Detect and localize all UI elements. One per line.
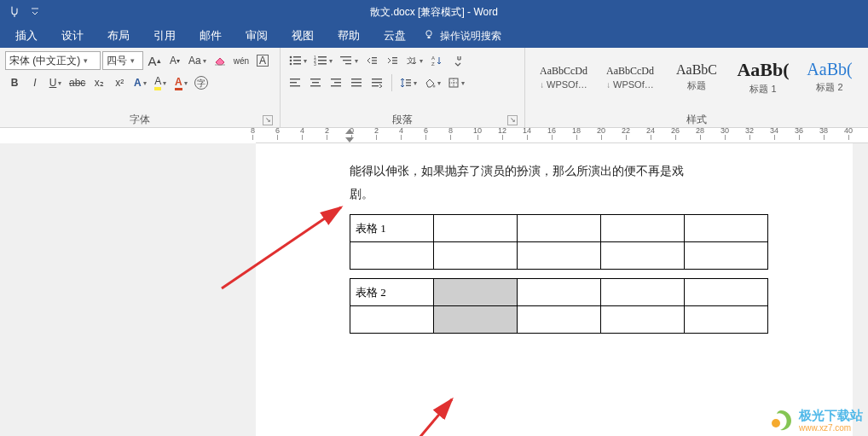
table-cell[interactable]: 表格 2 [350, 279, 434, 306]
style-item-3[interactable]: AaBb(标题 1 [730, 53, 796, 101]
sort-button[interactable]: AZ [427, 51, 446, 70]
first-line-indent-marker[interactable] [345, 129, 354, 134]
svg-rect-6 [293, 63, 301, 65]
line-spacing-button[interactable]: ▾ [397, 73, 420, 92]
svg-text:3: 3 [314, 61, 316, 67]
underline-button[interactable]: U▾ [46, 73, 65, 92]
phonetic-guide-button[interactable]: wén [231, 51, 252, 70]
group-paragraph: ▾ 123▾ ▾ 文▾ AZ ▾ ▾ ▾ 段落 [281, 48, 525, 127]
lightbulb-icon [423, 29, 435, 44]
font-color-button[interactable]: A▾ [171, 73, 190, 92]
direction-icon: 文 [406, 55, 418, 67]
styles-gallery[interactable]: AaBbCcDd↓ WPSOf…AaBbCcDd↓ WPSOf…AaBbC标题A… [530, 51, 863, 101]
increase-indent-button[interactable] [383, 51, 402, 70]
tab-mail[interactable]: 邮件 [188, 24, 234, 48]
svg-text:Z: Z [431, 61, 435, 67]
style-item-1[interactable]: AaBbCcDd↓ WPSOf… [597, 53, 663, 101]
borders-button[interactable]: ▾ [445, 73, 467, 92]
text-direction-button[interactable]: 文▾ [403, 51, 425, 70]
indent-right-icon [386, 55, 398, 67]
italic-button[interactable]: I [26, 73, 44, 92]
tab-references[interactable]: 引用 [142, 24, 188, 48]
watermark: 极光下载站 www.xz7.com [768, 407, 863, 433]
bucket-icon [424, 77, 436, 89]
shading-button[interactable]: ▾ [421, 73, 443, 92]
bold-button[interactable]: B [5, 73, 24, 92]
table-1[interactable]: 表格 1 [350, 214, 768, 270]
hanging-indent-marker[interactable] [345, 137, 354, 142]
highlight-button[interactable]: A▾ [151, 73, 170, 92]
svg-rect-38 [372, 82, 382, 83]
tab-review[interactable]: 审阅 [234, 24, 280, 48]
align-right-button[interactable] [327, 73, 345, 92]
style-item-4[interactable]: AaBb(标题 2 [796, 53, 863, 101]
tab-insert[interactable]: 插入 [3, 24, 49, 48]
svg-rect-4 [293, 60, 301, 61]
change-case-button[interactable]: Aa▾ [186, 51, 209, 70]
table-2[interactable]: 表格 2 [350, 278, 768, 334]
style-name: 标题 1 [749, 83, 776, 96]
align-center-icon [310, 78, 321, 88]
subscript-button[interactable]: x₂ [90, 73, 108, 92]
ruler-tick: 2 [374, 128, 379, 143]
clear-format-button[interactable] [211, 51, 229, 70]
svg-rect-14 [343, 60, 351, 61]
ruler-tick: 32 [745, 128, 754, 143]
tab-layout[interactable]: 布局 [95, 24, 142, 48]
line-spacing-icon [400, 77, 412, 89]
shrink-font-button[interactable]: A▾ [165, 51, 184, 70]
ruler-tick: 2 [325, 128, 329, 143]
style-item-2[interactable]: AaBbC标题 [663, 53, 730, 101]
svg-rect-15 [345, 63, 351, 64]
touch-mode-icon[interactable] [5, 3, 24, 21]
superscript-button[interactable]: x² [110, 73, 129, 92]
tab-view[interactable]: 视图 [280, 24, 326, 48]
ruler-tick: 6 [424, 128, 428, 143]
svg-rect-21 [392, 63, 397, 64]
tab-cloud[interactable]: 云盘 [372, 24, 418, 48]
ruler-tick: 8 [448, 128, 453, 143]
tell-me-search[interactable]: 操作说明搜索 [423, 24, 501, 48]
align-center-button[interactable] [306, 73, 325, 92]
svg-rect-19 [392, 57, 397, 58]
tab-design[interactable]: 设计 [49, 24, 95, 48]
align-left-button[interactable] [286, 73, 304, 92]
text-effects-button[interactable]: A▾ [130, 73, 149, 92]
enclose-char-button[interactable]: 字 [192, 73, 211, 92]
align-distribute-button[interactable] [367, 73, 386, 92]
ruler-tick: 36 [795, 128, 803, 143]
body-text-line1[interactable]: 能得以伸张，如果抛弃了演员的扮演，那么所演出的便不再是戏 [350, 160, 853, 183]
style-item-0[interactable]: AaBbCcDd↓ WPSOf… [530, 53, 597, 101]
watermark-logo-icon [768, 407, 794, 433]
group-paragraph-label: 段落 ↘ [286, 112, 519, 127]
table-cell[interactable]: 表格 1 [350, 215, 434, 242]
qat-dropdown-icon[interactable] [26, 3, 44, 21]
tab-help[interactable]: 帮助 [326, 24, 372, 48]
paragraph-dialog-launcher[interactable]: ↘ [507, 115, 518, 125]
show-marks-button[interactable] [448, 51, 466, 70]
numbering-button[interactable]: 123▾ [311, 51, 335, 70]
ribbon-tabs: 插入 设计 布局 引用 邮件 审阅 视图 帮助 云盘 操作说明搜索 [0, 24, 868, 48]
font-name-value: 宋体 (中文正文) [9, 54, 80, 68]
svg-rect-27 [290, 85, 300, 86]
numbering-icon: 123 [314, 55, 327, 67]
strike-button[interactable]: abc [67, 73, 88, 92]
multilevel-button[interactable]: ▾ [337, 51, 361, 70]
grow-font-button[interactable]: A▴ [145, 51, 164, 70]
svg-point-43 [433, 85, 436, 88]
bullets-button[interactable]: ▾ [286, 51, 310, 70]
page[interactable]: 能得以伸张，如果抛弃了演员的扮演，那么所演出的便不再是戏 剧。 表格 1 表格 … [256, 143, 853, 436]
char-border-button[interactable]: A [253, 51, 272, 70]
font-dialog-launcher[interactable]: ↘ [263, 115, 273, 125]
svg-rect-41 [406, 82, 411, 83]
body-text-line2[interactable]: 剧。 [350, 183, 853, 206]
font-name-combo[interactable]: 宋体 (中文正文)▾ [5, 51, 101, 70]
style-preview: AaBbCcDd [540, 65, 587, 78]
align-justify-button[interactable] [347, 73, 366, 92]
font-size-combo[interactable]: 四号▾ [102, 51, 143, 70]
divider [391, 74, 392, 91]
ruler-tick: 16 [547, 128, 556, 143]
ruler-tick: 4 [300, 128, 304, 143]
decrease-indent-button[interactable] [362, 51, 381, 70]
horizontal-ruler[interactable]: 8642024681012141618202224262830323436384… [256, 128, 868, 143]
